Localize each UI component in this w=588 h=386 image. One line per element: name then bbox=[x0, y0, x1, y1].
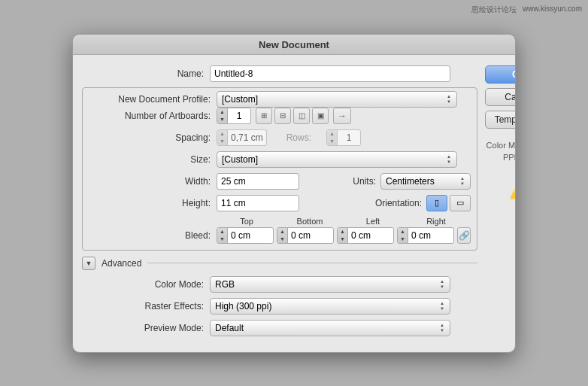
size-label: Size: bbox=[89, 154, 217, 165]
profile-select[interactable]: [Custom] bbox=[217, 91, 457, 108]
width-row: Width: Units: Centimeters Pixels Inches … bbox=[89, 173, 471, 190]
bleed-labels-row: Top Bottom Left Right bbox=[89, 217, 471, 226]
raster-select[interactable]: High (300 ppi) Medium (150 ppi) Low (72 … bbox=[210, 298, 450, 315]
preview-label: Preview Mode: bbox=[82, 323, 210, 333]
spacing-up[interactable]: ▲ bbox=[217, 130, 227, 138]
bleed-right-value: 0 cm bbox=[408, 230, 434, 241]
landscape-btn[interactable]: ▭ bbox=[450, 195, 471, 211]
bleed-left-up[interactable]: ▲ bbox=[338, 228, 347, 236]
bleed-top-up[interactable]: ▲ bbox=[217, 228, 227, 236]
preview-row: Preview Mode: Default Pixel Overprint bbox=[82, 320, 477, 336]
bleed-right-down[interactable]: ▼ bbox=[398, 236, 408, 243]
size-select[interactable]: [Custom] bbox=[217, 151, 457, 168]
bleed-bottom-label: Bottom bbox=[280, 217, 340, 226]
bleed-right-up[interactable]: ▲ bbox=[398, 228, 408, 236]
spacing-arrows[interactable]: ▲ ▼ bbox=[217, 130, 228, 145]
grid-right-icon[interactable]: ▣ bbox=[312, 108, 329, 124]
units-select-wrapper: Centimeters Pixels Inches Millimeters bbox=[380, 173, 471, 190]
bleed-right-label: Right bbox=[406, 217, 466, 226]
spacing-value: 0,71 cm bbox=[228, 132, 266, 143]
bleed-left-label: Left bbox=[343, 217, 403, 226]
bleed-left-arrows[interactable]: ▲ ▼ bbox=[338, 228, 348, 243]
color-mode-row: Color Mode: RGB CMYK bbox=[82, 276, 477, 293]
width-label: Width: bbox=[89, 176, 217, 187]
bleed-bottom-down[interactable]: ▼ bbox=[277, 236, 287, 243]
preview-select[interactable]: Default Pixel Overprint bbox=[210, 320, 450, 336]
color-info: Color Mode: RGB PPI: 300 bbox=[485, 139, 516, 164]
artboards-row: Number of Artboards: ▲ ▼ 1 ⊞ ⊟ ◫ bbox=[89, 108, 471, 124]
warning-icon: ⚠️ bbox=[485, 181, 516, 200]
grid-by-row-icon[interactable]: ⊞ bbox=[256, 108, 272, 124]
cancel-button[interactable]: Cancel bbox=[485, 88, 516, 106]
bleed-right-arrows[interactable]: ▲ ▼ bbox=[398, 228, 408, 243]
profile-section: New Document Profile: [Custom] Number of… bbox=[82, 87, 477, 251]
bleed-label: Bleed: bbox=[89, 230, 217, 241]
right-buttons: OK Cancel Templates... Color Mode: RGB P… bbox=[485, 65, 516, 342]
name-row: Name: bbox=[82, 65, 477, 82]
bleed-top-stepper[interactable]: ▲ ▼ 0 cm bbox=[217, 227, 274, 244]
rows-up[interactable]: ▲ bbox=[327, 130, 337, 138]
artboards-up[interactable]: ▲ bbox=[217, 108, 227, 116]
bleed-top-value: 0 cm bbox=[228, 230, 253, 241]
color-mode-select-wrapper: RGB CMYK bbox=[210, 276, 450, 293]
height-input[interactable] bbox=[217, 195, 299, 211]
height-controls bbox=[217, 195, 365, 211]
arrange-arrow-icon[interactable]: → bbox=[333, 108, 351, 124]
units-select[interactable]: Centimeters Pixels Inches Millimeters bbox=[380, 173, 471, 190]
spacing-stepper[interactable]: ▲ ▼ 0,71 cm bbox=[217, 129, 267, 146]
spacing-row: Spacing: ▲ ▼ 0,71 cm Rows: ▲ bbox=[89, 129, 471, 146]
ok-button[interactable]: OK bbox=[485, 65, 516, 84]
bleed-left-down[interactable]: ▼ bbox=[338, 236, 347, 243]
artboards-arrows[interactable]: ▲ ▼ bbox=[217, 108, 228, 123]
profile-select-wrapper: [Custom] bbox=[217, 91, 457, 108]
bleed-bottom-arrows[interactable]: ▲ ▼ bbox=[277, 228, 288, 243]
watermark-top: 思绘设计论坛 www.kissyun.com bbox=[471, 5, 582, 15]
bleed-left-stepper[interactable]: ▲ ▼ 0 cm bbox=[337, 227, 394, 244]
advanced-label: Advanced bbox=[102, 258, 141, 269]
rows-label: Rows: bbox=[286, 132, 311, 143]
bleed-top-arrows[interactable]: ▲ ▼ bbox=[217, 228, 228, 243]
name-input[interactable] bbox=[210, 65, 450, 82]
width-input[interactable] bbox=[217, 173, 299, 190]
grid-by-col-icon[interactable]: ⊟ bbox=[274, 108, 291, 124]
bleed-top-down[interactable]: ▼ bbox=[217, 236, 227, 243]
size-select-wrapper: [Custom] bbox=[217, 151, 457, 168]
templates-button[interactable]: Templates... bbox=[485, 111, 516, 129]
artboards-down[interactable]: ▼ bbox=[217, 116, 227, 123]
bleed-row: Bleed: ▲ ▼ 0 cm ▲ ▼ bbox=[89, 227, 471, 244]
advanced-toggle-row: ▼ Advanced bbox=[82, 257, 477, 270]
bleed-left-value: 0 cm bbox=[348, 230, 374, 241]
raster-label: Raster Effects: bbox=[82, 301, 210, 312]
rows-down[interactable]: ▼ bbox=[327, 138, 337, 145]
bleed-bottom-up[interactable]: ▲ bbox=[277, 228, 287, 236]
dialog-title: New Document bbox=[259, 39, 329, 50]
artboards-controls: ▲ ▼ 1 ⊞ ⊟ ◫ ▣ → bbox=[217, 108, 351, 124]
spacing-controls: ▲ ▼ 0,71 cm Rows: ▲ ▼ 1 bbox=[217, 129, 361, 146]
units-label: Units: bbox=[353, 176, 380, 187]
spacing-label: Spacing: bbox=[89, 132, 217, 143]
artboards-value: 1 bbox=[228, 111, 250, 121]
rows-value: 1 bbox=[338, 132, 360, 143]
dialog-titlebar: New Document bbox=[73, 35, 515, 55]
color-mode-info: Color Mode: RGB bbox=[485, 139, 516, 152]
bleed-bottom-stepper[interactable]: ▲ ▼ 0 cm bbox=[277, 227, 334, 244]
color-mode-select[interactable]: RGB CMYK bbox=[210, 276, 450, 293]
height-row: Height: Orientation: ▯ ▭ bbox=[89, 195, 471, 211]
grid-icons: ⊞ ⊟ ◫ ▣ bbox=[256, 108, 329, 124]
orientation-controls: Orientation: ▯ ▭ bbox=[375, 195, 471, 211]
rows-stepper[interactable]: ▲ ▼ 1 bbox=[326, 129, 361, 146]
bleed-link-icon[interactable]: 🔗 bbox=[457, 227, 471, 244]
grid-left-icon[interactable]: ◫ bbox=[293, 108, 310, 124]
width-controls bbox=[217, 173, 342, 190]
rows-arrows[interactable]: ▲ ▼ bbox=[327, 130, 338, 145]
units-controls: Units: Centimeters Pixels Inches Millime… bbox=[353, 173, 471, 190]
spacing-down[interactable]: ▼ bbox=[217, 138, 227, 145]
bleed-right-stepper[interactable]: ▲ ▼ 0 cm bbox=[397, 227, 454, 244]
name-label: Name: bbox=[82, 68, 210, 79]
size-row: Size: [Custom] bbox=[89, 151, 471, 168]
ppi-info: PPI: 300 bbox=[485, 151, 516, 164]
artboards-stepper[interactable]: ▲ ▼ 1 bbox=[217, 108, 251, 124]
portrait-btn[interactable]: ▯ bbox=[426, 195, 447, 211]
artboards-label: Number of Artboards: bbox=[89, 111, 217, 121]
advanced-toggle-btn[interactable]: ▼ bbox=[82, 257, 95, 270]
